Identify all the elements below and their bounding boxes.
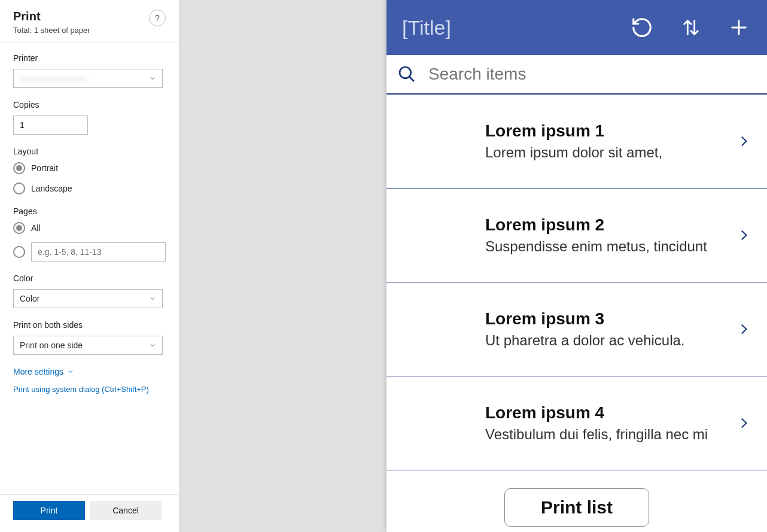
print-button[interactable]: Print: [13, 501, 85, 520]
layout-label: Layout: [13, 147, 166, 156]
color-value: Color: [20, 294, 39, 303]
duplex-value: Print on one side: [20, 341, 83, 350]
app-header: [Title]: [386, 0, 767, 55]
chevron-down-icon: [149, 342, 156, 349]
svg-line-5: [409, 77, 414, 81]
chevron-right-icon: [736, 317, 751, 341]
color-select[interactable]: Color: [13, 289, 163, 308]
list-item[interactable]: Lorem ipsum 2 Suspendisse enim metus, ti…: [386, 189, 767, 282]
refresh-icon[interactable]: [631, 16, 653, 39]
print-title: Print: [13, 10, 90, 23]
layout-portrait-radio[interactable]: [13, 162, 25, 174]
color-label: Color: [13, 273, 166, 283]
pages-all-radio[interactable]: [13, 222, 25, 234]
chevron-right-icon: [736, 129, 751, 153]
app-title: [Title]: [402, 16, 451, 39]
printer-label: Printer: [13, 53, 166, 63]
pages-all-label: All: [31, 223, 41, 233]
list-item[interactable]: Lorem ipsum 4 Vestibulum dui felis, frin…: [386, 376, 767, 470]
duplex-label: Print on both sides: [13, 320, 166, 330]
print-preview-area: [Title]: [179, 0, 767, 532]
sort-icon[interactable]: [681, 16, 701, 39]
chevron-down-icon: [149, 295, 156, 302]
system-dialog-link[interactable]: Print using system dialog (Ctrl+Shift+P): [13, 385, 166, 394]
preview-page: [Title]: [386, 0, 767, 532]
list-item-subtitle: Lorem ipsum dolor sit amet,: [485, 144, 662, 161]
list-item-subtitle: Ut pharetra a dolor ac vehicula.: [485, 332, 685, 349]
print-settings-panel: Print Total: 1 sheet of paper ? Printer …: [0, 0, 179, 532]
pages-custom-input[interactable]: [31, 242, 166, 262]
list-item-title: Lorem ipsum 1: [485, 121, 662, 141]
more-settings-link[interactable]: More settings: [13, 367, 166, 376]
search-row[interactable]: [386, 55, 767, 95]
print-list-button[interactable]: Print list: [504, 488, 649, 527]
layout-portrait-label: Portrait: [31, 163, 58, 173]
cancel-button[interactable]: Cancel: [90, 501, 162, 520]
help-button[interactable]: ?: [149, 10, 166, 26]
printer-value: ————————: [20, 74, 87, 83]
svg-point-4: [400, 67, 411, 78]
pages-custom-radio[interactable]: [13, 246, 25, 258]
help-icon: ?: [155, 13, 160, 23]
printer-select[interactable]: ————————: [13, 69, 163, 88]
layout-landscape-label: Landscape: [31, 184, 72, 193]
copies-label: Copies: [13, 100, 166, 110]
list-item[interactable]: Lorem ipsum 1 Lorem ipsum dolor sit amet…: [386, 95, 767, 189]
list-item-title: Lorem ipsum 4: [485, 403, 708, 422]
chevron-right-icon: [736, 411, 751, 435]
search-icon: [397, 65, 416, 84]
search-input[interactable]: [428, 65, 756, 84]
chevron-down-icon: [149, 75, 156, 82]
list-item[interactable]: Lorem ipsum 3 Ut pharetra a dolor ac veh…: [386, 282, 767, 376]
more-settings-label: More settings: [13, 367, 63, 376]
duplex-select[interactable]: Print on one side: [13, 336, 163, 355]
layout-landscape-radio[interactable]: [13, 183, 25, 194]
chevron-right-icon: [736, 223, 751, 247]
copies-input[interactable]: [13, 115, 88, 135]
print-subtitle: Total: 1 sheet of paper: [13, 26, 90, 35]
list-item-title: Lorem ipsum 2: [485, 215, 707, 235]
list-item-title: Lorem ipsum 3: [485, 309, 685, 329]
add-icon[interactable]: [729, 16, 749, 39]
pages-label: Pages: [13, 206, 166, 216]
list-item-subtitle: Vestibulum dui felis, fringilla nec mi: [485, 426, 708, 443]
chevron-down-icon: [67, 368, 74, 375]
list-item-subtitle: Suspendisse enim metus, tincidunt: [485, 238, 707, 255]
